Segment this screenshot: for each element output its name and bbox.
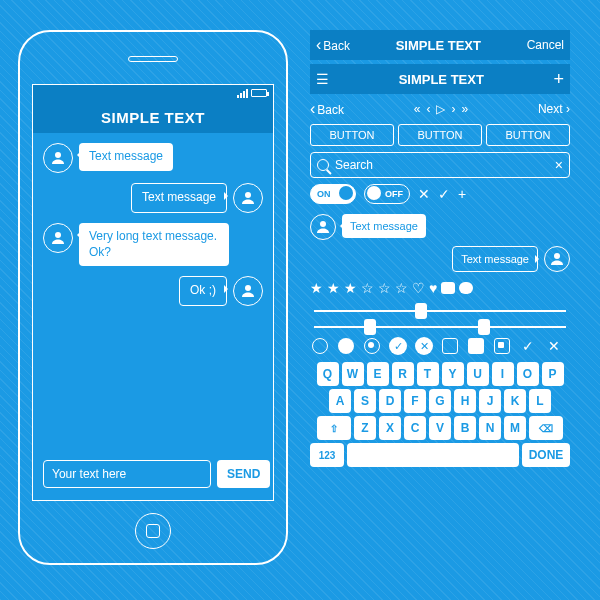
radio-selected[interactable] [362, 336, 382, 356]
key[interactable]: N [479, 416, 501, 440]
plus-icon[interactable]: + [458, 186, 466, 202]
svg-point-4 [320, 221, 326, 227]
phone-frame: SIMPLE TEXT Text message Text message Ve… [18, 30, 288, 565]
key[interactable]: Z [354, 416, 376, 440]
next-icon[interactable]: › [451, 102, 455, 116]
message-row: Very long text message. Ok? [43, 223, 263, 266]
generic-button[interactable]: BUTTON [398, 124, 482, 146]
circle-check-icon[interactable]: ✓ [388, 336, 408, 356]
pager-back[interactable]: Back [310, 100, 344, 118]
generic-button[interactable]: BUTTON [310, 124, 394, 146]
key[interactable]: J [479, 389, 501, 413]
backspace-key[interactable]: ⌫ [529, 416, 563, 440]
slider-handle[interactable] [478, 319, 490, 335]
avatar-icon [43, 223, 73, 253]
toggle-off[interactable]: OFF [364, 184, 410, 204]
heart-outline-icon[interactable]: ♡ [412, 280, 425, 296]
navbar-menu-plus: ☰ SIMPLE TEXT + [310, 64, 570, 94]
keyboard-row: ⇧ Z X C V B N M ⌫ [310, 416, 570, 440]
play-icon[interactable]: ▷ [436, 102, 445, 116]
slider-handle[interactable] [364, 319, 376, 335]
send-button[interactable]: SEND [217, 460, 270, 488]
svg-point-0 [55, 152, 61, 158]
key[interactable]: B [454, 416, 476, 440]
key[interactable]: Y [442, 362, 464, 386]
message-input[interactable] [43, 460, 211, 488]
rewind-icon[interactable]: « [414, 102, 421, 116]
radio-filled[interactable] [336, 336, 356, 356]
key[interactable]: Q [317, 362, 339, 386]
numeric-key[interactable]: 123 [310, 443, 344, 467]
phone-screen: SIMPLE TEXT Text message Text message Ve… [32, 84, 274, 501]
key[interactable]: E [367, 362, 389, 386]
checkbox-selected[interactable] [492, 336, 512, 356]
key[interactable]: X [379, 416, 401, 440]
prev-icon[interactable]: ‹ [426, 102, 430, 116]
radio-outline[interactable] [310, 336, 330, 356]
chat-bubble-icon[interactable] [441, 282, 455, 294]
done-key[interactable]: DONE [522, 443, 570, 467]
key[interactable]: T [417, 362, 439, 386]
message-row: Ok ;) [43, 276, 263, 306]
slider-range[interactable] [314, 326, 566, 328]
check-icon[interactable]: ✓ [438, 186, 450, 202]
pager-next[interactable]: Next › [538, 102, 570, 116]
key[interactable]: M [504, 416, 526, 440]
message-bubble: Text message [131, 183, 227, 213]
key[interactable]: A [329, 389, 351, 413]
slider-handle[interactable] [415, 303, 427, 319]
checkbox-outline[interactable] [440, 336, 460, 356]
key[interactable]: S [354, 389, 376, 413]
key[interactable]: W [342, 362, 364, 386]
key[interactable]: U [467, 362, 489, 386]
navbar-title: SIMPLE TEXT [399, 72, 484, 87]
chat-round-icon[interactable] [459, 282, 473, 294]
back-button[interactable]: Back [316, 36, 350, 54]
slider-single[interactable] [314, 310, 566, 312]
search-input[interactable] [335, 158, 555, 172]
menu-icon[interactable]: ☰ [316, 71, 329, 87]
clear-icon[interactable]: × [555, 157, 563, 173]
status-bar [33, 85, 273, 101]
home-button[interactable] [135, 513, 171, 549]
star-icon[interactable]: ☆ [361, 280, 374, 296]
key[interactable]: G [429, 389, 451, 413]
key[interactable]: F [404, 389, 426, 413]
message-row: Text message [310, 246, 570, 272]
star-icon[interactable]: ★ [327, 280, 340, 296]
key[interactable]: V [429, 416, 451, 440]
check-icon[interactable]: ✓ [518, 336, 538, 356]
app-title-bar: SIMPLE TEXT [33, 101, 273, 133]
key[interactable]: C [404, 416, 426, 440]
generic-button[interactable]: BUTTON [486, 124, 570, 146]
forward-icon[interactable]: » [461, 102, 468, 116]
rating-row: ★ ★ ★ ☆ ☆ ☆ ♡ ♥ [310, 280, 570, 296]
close-icon[interactable]: ✕ [418, 186, 430, 202]
star-icon[interactable]: ★ [344, 280, 357, 296]
star-icon[interactable]: ★ [310, 280, 323, 296]
heart-icon[interactable]: ♥ [429, 280, 437, 296]
search-field[interactable]: × [310, 152, 570, 178]
key[interactable]: H [454, 389, 476, 413]
star-icon[interactable]: ☆ [395, 280, 408, 296]
cancel-button[interactable]: Cancel [527, 38, 564, 52]
keyboard-row: Q W E R T Y U I O P [310, 362, 570, 386]
key[interactable]: R [392, 362, 414, 386]
shift-key[interactable]: ⇧ [317, 416, 351, 440]
chat-area: Text message Text message Very long text… [33, 133, 273, 306]
add-icon[interactable]: + [553, 69, 564, 90]
key[interactable]: I [492, 362, 514, 386]
key[interactable]: L [529, 389, 551, 413]
message-bubble: Text message [342, 214, 426, 238]
key[interactable]: K [504, 389, 526, 413]
key[interactable]: D [379, 389, 401, 413]
space-key[interactable] [347, 443, 519, 467]
circle-x-icon[interactable]: ✕ [414, 336, 434, 356]
checkbox-filled[interactable] [466, 336, 486, 356]
star-icon[interactable]: ☆ [378, 280, 391, 296]
toggle-on[interactable]: ON [310, 184, 356, 204]
key[interactable]: P [542, 362, 564, 386]
key[interactable]: O [517, 362, 539, 386]
x-icon[interactable]: ✕ [544, 336, 564, 356]
svg-point-3 [245, 285, 251, 291]
